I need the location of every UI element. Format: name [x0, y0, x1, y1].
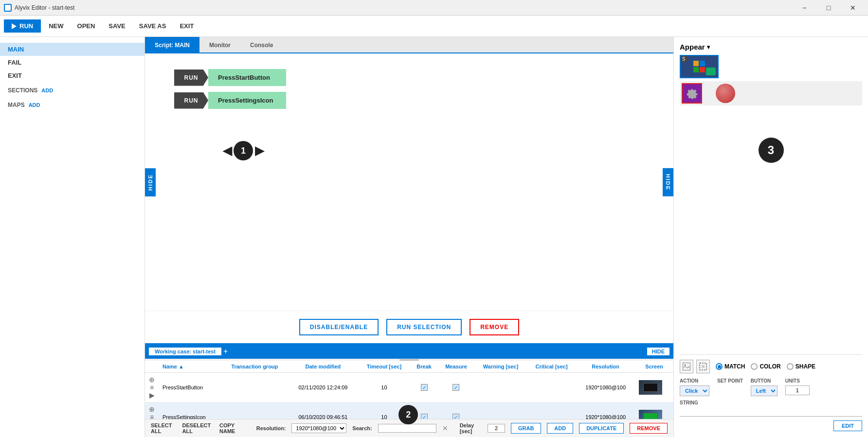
color-label: COLOR: [760, 363, 780, 370]
exit-button[interactable]: EXIT: [174, 19, 199, 33]
sections-add-button[interactable]: ADD: [41, 87, 53, 93]
remove-bottom-button[interactable]: REMOVE: [630, 423, 668, 434]
drag-handle-1[interactable]: ⊕ ≡ ▶: [145, 373, 159, 402]
sidebar-item-fail[interactable]: FAIL: [0, 56, 145, 69]
units-label: Units: [785, 378, 810, 384]
resolution-select[interactable]: 1920*1080@100: [291, 423, 346, 433]
bottom-panel: Working case: start-test + HIDE Name ▲ T…: [145, 343, 673, 437]
maximize-button[interactable]: □: [817, 0, 840, 16]
grab-button[interactable]: GRAB: [511, 423, 541, 434]
copy-name-label[interactable]: COPY NAME: [219, 422, 245, 434]
row1-warning: [474, 373, 527, 402]
deselect-all-label[interactable]: DESELECT ALL: [182, 422, 214, 434]
sections-header: SECTIONS ADD: [0, 84, 145, 97]
add-tab-button[interactable]: +: [223, 347, 228, 356]
color-radio[interactable]: COLOR: [751, 363, 780, 370]
image-detect-button[interactable]: [680, 360, 693, 373]
node-name-1: PressStartButton: [208, 69, 286, 86]
remove-button[interactable]: REMOVE: [470, 319, 519, 335]
disable-enable-button[interactable]: DISABLE/ENABLE: [299, 319, 379, 335]
detect-type-row: MATCH COLOR SHAPE: [680, 360, 862, 373]
annotation-2-wrapper: 2: [398, 405, 418, 424]
search-label: Search:: [352, 425, 372, 431]
col-name[interactable]: Name ▲: [159, 361, 221, 373]
run-button[interactable]: RUN: [4, 19, 41, 33]
action-label: Action: [680, 378, 709, 384]
col-break[interactable]: Break: [410, 361, 438, 373]
delay-input[interactable]: [488, 424, 505, 433]
action-select[interactable]: Click: [680, 385, 709, 396]
col-date[interactable]: Date modified: [288, 361, 358, 373]
row2-screen: [635, 402, 673, 420]
appear-label: Appear: [680, 43, 705, 51]
search-clear-button[interactable]: ✕: [442, 424, 448, 432]
open-button[interactable]: OPEN: [72, 19, 101, 33]
secondary-preview-row: [680, 81, 862, 105]
col-warning[interactable]: Warning [sec]: [474, 361, 527, 373]
run-selection-button[interactable]: RUN SELECTION: [386, 319, 462, 335]
units-input[interactable]: [785, 385, 810, 395]
add-button[interactable]: ADD: [547, 423, 573, 434]
save-button[interactable]: SAVE: [103, 19, 131, 33]
main-layout: MAIN FAIL EXIT SECTIONS ADD MAPS ADD Scr…: [0, 37, 868, 437]
working-case-tab[interactable]: Working case: start-test: [149, 348, 221, 355]
col-resolution[interactable]: Resolution: [576, 361, 635, 373]
chevron-down-icon: ▾: [707, 44, 710, 51]
hide-tab-right[interactable]: HIDE: [663, 168, 673, 196]
action-controls-row: Action Click SET POINT Button Left Units: [680, 378, 862, 396]
match-radio[interactable]: MATCH: [716, 363, 745, 370]
search-input[interactable]: [378, 424, 436, 433]
bottom-hide-button[interactable]: HIDE: [647, 348, 669, 355]
action-group: Action Click: [680, 378, 709, 396]
match-radio-dot: [716, 363, 723, 370]
row1-name: PressStartButton: [159, 373, 221, 402]
hide-tab-left[interactable]: HIDE: [145, 168, 156, 196]
tab-script-main[interactable]: Script: MAIN: [145, 37, 199, 53]
button-select[interactable]: Left: [751, 385, 778, 396]
string-input[interactable]: [680, 406, 862, 417]
sidebar-item-main[interactable]: MAIN: [0, 43, 145, 56]
close-button[interactable]: ✕: [842, 0, 864, 16]
region-detect-button[interactable]: [696, 360, 710, 373]
preview-main-image: S: [680, 55, 719, 78]
node-name-2: PressSettingsIcon: [208, 92, 286, 109]
right-bottom-controls: MATCH COLOR SHAPE Action: [680, 354, 862, 431]
tab-console[interactable]: Console: [240, 37, 283, 53]
row1-screen: [635, 373, 673, 402]
button-label: Button: [751, 378, 778, 384]
drag-handle-2[interactable]: ⊕ ≡ ▶: [145, 402, 159, 420]
delay-label: Delay [sec]: [460, 422, 482, 434]
row2-name: PressSettingsIcon: [159, 402, 221, 420]
shape-radio[interactable]: SHAPE: [787, 363, 815, 370]
edit-button[interactable]: EDIT: [833, 420, 862, 431]
center-area: Script: MAIN Monitor Console HIDE RUN Pr…: [145, 37, 673, 437]
svg-rect-4: [702, 365, 705, 368]
col-measure[interactable]: Measure: [438, 361, 474, 373]
duplicate-button[interactable]: DUPLICATE: [579, 423, 624, 434]
sidebar-item-exit[interactable]: EXIT: [0, 69, 145, 82]
table-row[interactable]: ⊕ ≡ ▶ PressStartButton 02/11/2020 12:24:…: [145, 373, 673, 402]
col-timeout[interactable]: Timeout [sec]: [358, 361, 410, 373]
window-title: Alyvix Editor - start-test: [15, 4, 793, 11]
col-transaction[interactable]: Transaction group: [221, 361, 289, 373]
node-run-label-1: RUN: [174, 70, 208, 86]
node-press-settings-icon[interactable]: RUN PressSettingsIcon: [174, 92, 664, 109]
units-group: Units: [785, 378, 810, 395]
string-label: String: [680, 400, 862, 405]
col-screen[interactable]: Screen: [635, 361, 673, 373]
new-button[interactable]: NEW: [43, 19, 69, 33]
maps-add-button[interactable]: ADD: [29, 102, 40, 108]
script-tabs: Script: MAIN Monitor Console: [145, 37, 673, 53]
node-press-start-button[interactable]: RUN PressStartButton: [174, 69, 664, 86]
row2-date: 06/10/2020 09:46:51: [288, 402, 358, 420]
sections-label: SECTIONS: [8, 87, 37, 94]
select-all-label[interactable]: SELECT ALL: [151, 422, 177, 434]
bottom-tab-bar: Working case: start-test + HIDE: [145, 344, 673, 359]
canvas-actions: DISABLE/ENABLE RUN SELECTION REMOVE: [145, 311, 673, 343]
app-icon: [4, 4, 12, 12]
save-as-button[interactable]: SAVE AS: [133, 19, 172, 33]
tab-monitor[interactable]: Monitor: [199, 37, 240, 53]
minimize-button[interactable]: −: [793, 0, 815, 16]
col-critical[interactable]: Critical [sec]: [527, 361, 576, 373]
preview-row: S: [680, 55, 862, 78]
